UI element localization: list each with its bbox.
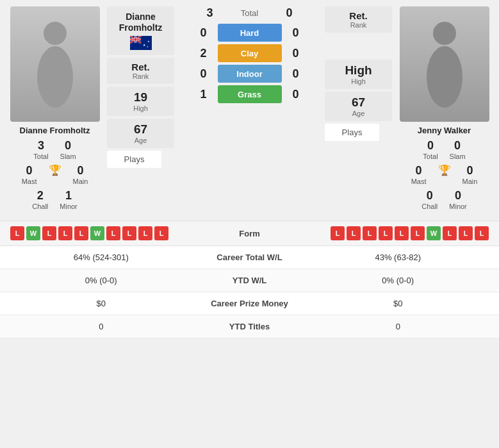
right-main-value: 0 — [466, 164, 473, 178]
clay-badge: Clay — [218, 44, 282, 62]
main-container: Dianne Fromholtz 3 Total 0 Slam 0 — [0, 0, 499, 338]
stats-label-0: Career Total W/L — [192, 253, 307, 262]
bottom-section: LWLLLWLLLL Form LLLLLLWLLL 64% (524-301)… — [0, 220, 499, 338]
right-mast-cell: 0 Mast — [411, 164, 427, 185]
right-mast-value: 0 — [416, 164, 422, 178]
svg-point-15 — [433, 22, 456, 45]
right-trophy-icon: 🏆 — [438, 164, 451, 176]
stats-right-3: 0 — [307, 322, 489, 331]
left-form-badges: LWLLLWLLLL — [10, 226, 211, 240]
left-minor-value: 1 — [65, 189, 72, 203]
left-player-section: Dianne Fromholtz 3 Total 0 Slam 0 — [5, 6, 104, 214]
right-form-badge-4: L — [395, 226, 409, 240]
left-rank-block: Ret. Rank — [107, 58, 174, 84]
right-silhouette — [419, 19, 470, 109]
left-form-badge-3: L — [58, 226, 72, 240]
right-form-badge-5: L — [411, 226, 425, 240]
left-flag: ★ ★ ★ — [111, 36, 170, 50]
left-form-badge-4: L — [74, 226, 88, 240]
right-player-section: Jenny Walker 0 Total 0 Slam 0 Mast — [395, 6, 494, 214]
stats-label-1: YTD W/L — [192, 276, 307, 285]
right-total-cell: 0 Total — [423, 139, 438, 160]
right-form-badge-8: L — [459, 226, 473, 240]
right-plays-block: Plays — [325, 124, 379, 141]
grass-label: Grass — [238, 90, 261, 99]
left-form-badge-6: L — [106, 226, 120, 240]
right-slam-label: Slam — [450, 153, 466, 160]
left-chall-value: 2 — [37, 189, 44, 203]
left-form-badge-7: L — [122, 226, 136, 240]
hard-badge: Hard — [218, 24, 282, 42]
right-chall-value: 0 — [427, 189, 433, 203]
right-trophy: 🏆 — [438, 164, 451, 185]
right-mast-main-row: 0 Mast 🏆 0 Main — [395, 164, 494, 185]
right-chall-minor-row: 0 Chall 0 Minor — [395, 189, 494, 210]
left-slam-cell: 0 Slam — [60, 139, 76, 160]
indoor-score-line: 0 Indoor 0 — [197, 65, 302, 83]
left-age-label: Age — [112, 137, 169, 144]
right-slam-cell: 0 Slam — [450, 139, 466, 160]
left-high-value: 19 — [112, 90, 169, 104]
players-layout: Dianne Fromholtz 3 Total 0 Slam 0 — [0, 0, 499, 220]
total-label: Total — [224, 8, 275, 18]
right-main-label: Main — [462, 178, 478, 185]
stats-label-2: Career Prize Money — [192, 299, 307, 308]
right-form-badge-0: L — [331, 226, 345, 240]
right-form-badge-6: W — [427, 226, 441, 240]
left-name-flag-block: DianneFromholtz — [107, 6, 174, 55]
left-mast-value: 0 — [26, 164, 33, 178]
stats-left-2: $0 — [10, 299, 192, 308]
left-main-value: 0 — [77, 164, 83, 178]
total-score-line: 3 Total 0 — [204, 6, 296, 20]
right-rank-label: Rank — [330, 21, 387, 29]
right-total-label: Total — [423, 153, 438, 160]
left-high-block: 19 High — [107, 87, 174, 116]
right-info-col: Ret. Rank High High 67 Age Plays — [325, 6, 392, 141]
center-col: 3 Total 0 0 Hard 0 2 Clay 0 — [177, 6, 322, 103]
right-high-label: High — [330, 78, 387, 85]
left-chall-label: Chall — [32, 203, 48, 210]
grass-right-score: 0 — [290, 88, 302, 101]
right-form-badges: LLLLLLWLLL — [288, 226, 489, 240]
stats-left-3: 0 — [10, 322, 192, 331]
indoor-label: Indoor — [236, 69, 262, 79]
hard-left-score: 0 — [197, 26, 210, 40]
right-minor-label: Minor — [449, 203, 467, 210]
clay-left-score: 2 — [197, 47, 210, 60]
right-form-badge-3: L — [379, 226, 393, 240]
left-mast-label: Mast — [22, 178, 37, 185]
left-form-badge-9: L — [154, 226, 168, 240]
right-minor-cell: 0 Minor — [449, 189, 467, 210]
right-total-value: 0 — [427, 139, 434, 153]
left-info-col: DianneFromholtz — [107, 6, 174, 168]
left-slam-value: 0 — [65, 139, 71, 153]
total-left-score: 3 — [204, 6, 217, 20]
left-mast-cell: 0 Mast — [22, 164, 37, 185]
right-total-slam-row: 0 Total 0 Slam — [395, 139, 494, 160]
stats-right-1: 0% (0-0) — [307, 276, 489, 285]
left-stats: 3 Total 0 Slam 0 Mast 🏆 — [5, 139, 104, 214]
svg-point-16 — [427, 46, 462, 108]
left-total-value: 3 — [38, 139, 44, 153]
right-player-photo — [400, 6, 489, 122]
left-age-value: 67 — [112, 122, 169, 137]
left-main-label: Main — [73, 178, 88, 185]
left-high-label: High — [112, 104, 169, 112]
right-stats: 0 Total 0 Slam 0 Mast 🏆 — [395, 139, 494, 214]
stats-row-1: 0% (0-0) YTD W/L 0% (0-0) — [0, 269, 499, 292]
svg-point-1 — [37, 46, 73, 108]
stats-left-1: 0% (0-0) — [10, 276, 192, 285]
hard-score-line: 0 Hard 0 — [197, 24, 302, 42]
hard-label: Hard — [240, 28, 259, 38]
left-trophy: 🏆 — [49, 164, 61, 185]
right-age-label: Age — [330, 110, 387, 117]
right-form-badge-1: L — [347, 226, 361, 240]
left-name-top: DianneFromholtz — [111, 12, 170, 33]
left-minor-label: Minor — [60, 203, 78, 210]
stats-right-2: $0 — [307, 299, 489, 308]
left-player-name: Dianne Fromholtz — [20, 126, 90, 135]
left-chall-minor-row: 2 Chall 1 Minor — [5, 189, 104, 210]
left-main-cell: 0 Main — [73, 164, 88, 185]
right-player-name: Jenny Walker — [418, 126, 471, 135]
left-total-label: Total — [33, 153, 48, 160]
